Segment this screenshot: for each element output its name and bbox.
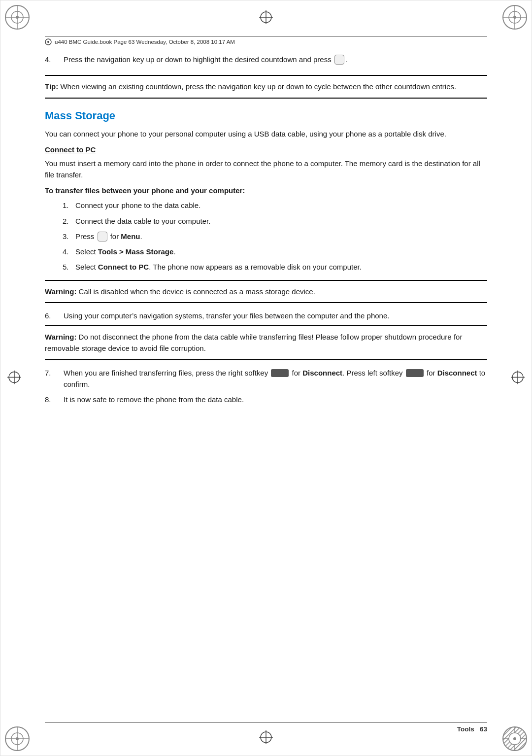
reg-mark-left [7, 371, 21, 386]
tip-box: Tip: When viewing an existing countdown,… [45, 75, 487, 98]
svg-point-14 [16, 737, 19, 740]
step-4-list-num: 4. [63, 246, 75, 257]
svg-point-36 [47, 41, 49, 43]
warning-1-label: Warning: [45, 287, 76, 296]
main-content: 4. Press the navigation key up or down t… [45, 54, 487, 711]
header-text: u440 BMC Guide.book Page 63 Wednesday, O… [55, 39, 235, 45]
corner-mark-bottom-right [501, 725, 529, 753]
svg-point-4 [16, 16, 19, 19]
transfer-step-1: 1. Connect your phone to the data cable. [63, 200, 487, 211]
reg-mark-top [259, 10, 273, 26]
step-4-list-text: Select Tools > Mass Storage. [75, 246, 487, 257]
ok-button-icon [334, 55, 344, 65]
step-3-text: Press for Menu. [75, 231, 487, 242]
warning-2-text: Do not disconnect the phone from the dat… [45, 333, 462, 352]
right-softkey-icon [271, 369, 289, 377]
step-5-num: 5. [63, 261, 75, 273]
warning-2-label: Warning: [45, 333, 76, 341]
step-4-text: Press the navigation key up or down to h… [64, 54, 487, 65]
step-2-num: 2. [63, 215, 75, 227]
connect-to-pc-heading: Connect to PC [45, 145, 487, 154]
left-softkey-icon [406, 369, 424, 377]
section-intro: You can connect your phone to your perso… [45, 128, 487, 139]
step-1-num: 1. [63, 200, 75, 211]
transfer-step-3: 3. Press for Menu. [63, 231, 487, 242]
step-6-text: Using your computer’s navigation systems… [64, 310, 487, 321]
step-8-number: 8. [45, 394, 64, 405]
warning-box-2: Warning: Do not disconnect the phone fro… [45, 325, 487, 360]
transfer-step-2: 2. Connect the data cable to your comput… [63, 215, 487, 227]
step-4-item: 4. Press the navigation key up or down t… [45, 54, 487, 65]
corner-mark-top-left [3, 3, 31, 31]
transfer-step-5: 5. Select Connect to PC. The phone now a… [63, 261, 487, 273]
step-4-number: 4. [45, 54, 64, 65]
svg-point-22 [513, 737, 516, 740]
step-3-num: 3. [63, 231, 75, 242]
step-6-number: 6. [45, 310, 64, 321]
menu-button-icon [98, 232, 107, 241]
step-7-number: 7. [45, 367, 64, 390]
step-6-item: 6. Using your computer’s navigation syst… [45, 310, 487, 321]
step-8-text: It is now safe to remove the phone from … [64, 394, 487, 405]
transfer-heading: To transfer files between your phone and… [45, 186, 487, 195]
warning-box-1: Warning: Call is disabled when the devic… [45, 280, 487, 303]
tip-label: Tip: [45, 82, 58, 91]
step-8-item: 8. It is now safe to remove the phone fr… [45, 394, 487, 405]
footer: Tools 63 [45, 722, 487, 733]
step-7-item: 7. When you are finished transferring fi… [45, 367, 487, 390]
step-1-text: Connect your phone to the data cable. [75, 200, 487, 211]
step-5-text: Select Connect to PC. The phone now appe… [75, 261, 487, 273]
warning-1-text: Call is disabled when the device is conn… [76, 287, 315, 296]
footer-section: Tools [457, 725, 474, 733]
svg-point-9 [513, 16, 516, 19]
transfer-steps-list: 1. Connect your phone to the data cable.… [63, 200, 487, 273]
section-title: Mass Storage [45, 109, 487, 122]
transfer-step-4: 4. Select Tools > Mass Storage. [63, 246, 487, 257]
footer-text: Tools 63 [457, 725, 487, 733]
header-dot-icon [45, 38, 52, 45]
step-7-text: When you are finished transferring files… [64, 367, 487, 390]
step-2-text: Connect the data cable to your computer. [75, 215, 487, 227]
corner-mark-top-right [501, 3, 529, 31]
connect-to-pc-description: You must insert a memory card into the p… [45, 158, 487, 181]
footer-page-num: 63 [480, 725, 487, 733]
header-bar: u440 BMC Guide.book Page 63 Wednesday, O… [45, 36, 487, 45]
page-wrapper: u440 BMC Guide.book Page 63 Wednesday, O… [0, 0, 532, 756]
reg-mark-right [511, 371, 525, 386]
tip-text: When viewing an existing countdown, pres… [58, 82, 456, 91]
corner-mark-bottom-left [3, 725, 31, 753]
